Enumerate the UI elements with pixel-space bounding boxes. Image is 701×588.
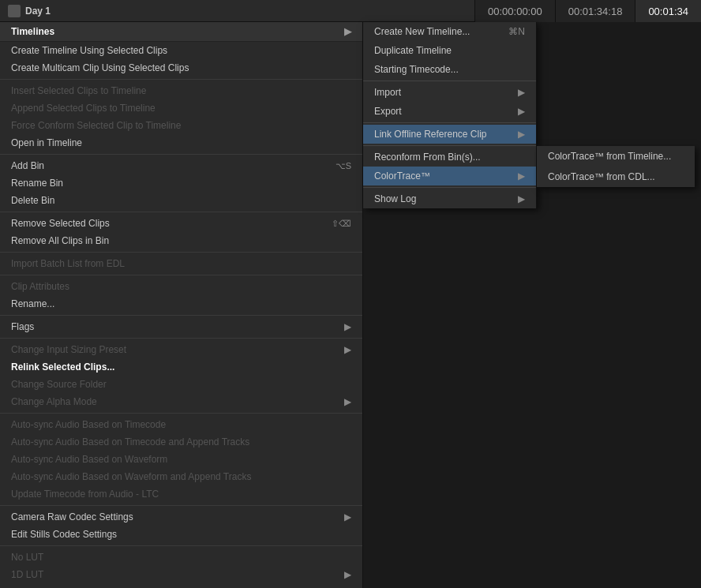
input-sizing-item: Change Input Sizing Preset ▶ bbox=[0, 341, 362, 358]
export-item[interactable]: Export ▶ bbox=[363, 102, 536, 121]
change-source-item: Change Source Folder bbox=[0, 376, 362, 393]
edit-stills-item[interactable]: Edit Stills Codec Settings bbox=[0, 526, 362, 543]
starting-timecode-item[interactable]: Starting Timecode... bbox=[363, 60, 536, 79]
force-conform-item: Force Conform Selected Clip to Timeline bbox=[0, 117, 362, 134]
timecode-3[interactable]: 00:01:34 bbox=[635, 0, 701, 22]
flags-item[interactable]: Flags ▶ bbox=[0, 318, 362, 335]
camera-raw-item[interactable]: Camera Raw Codec Settings ▶ bbox=[0, 508, 362, 526]
camera-raw-arrow: ▶ bbox=[344, 511, 351, 522]
autosync-tc-item: Auto-sync Audio Based on Timecode bbox=[0, 416, 362, 433]
sep-5 bbox=[0, 275, 362, 275]
title-text: Day 1 bbox=[25, 6, 51, 17]
1d-lut-arrow: ▶ bbox=[344, 569, 351, 580]
colortrace-item[interactable]: ColorTrace™ ▶ bbox=[363, 167, 536, 185]
rename-bin-item[interactable]: Rename Bin bbox=[0, 174, 362, 192]
duplicate-timeline-item[interactable]: Duplicate Timeline bbox=[363, 41, 536, 60]
timecode-2[interactable]: 00:01:34:18 bbox=[555, 0, 635, 22]
remove-selected-clips-item[interactable]: Remove Selected Clips ⇧⌫ bbox=[0, 215, 362, 232]
sec-sep-2 bbox=[363, 122, 536, 123]
link-offline-arrow: ▶ bbox=[518, 129, 525, 140]
main-layout: Timelines ▶ Create Timeline Using Select… bbox=[0, 22, 701, 588]
remove-all-clips-item[interactable]: Remove All Clips in Bin bbox=[0, 232, 362, 249]
sec-sep-4 bbox=[363, 187, 536, 188]
sep-3 bbox=[0, 212, 362, 212]
autosync-tc-append-item: Auto-sync Audio Based on Timecode and Ap… bbox=[0, 433, 362, 451]
create-timeline-item[interactable]: Create Timeline Using Selected Clips bbox=[0, 42, 362, 59]
timelines-label: Timelines bbox=[11, 26, 54, 37]
timecode-display-group: 00:00:00:00 00:01:34:18 00:01:34 bbox=[474, 0, 701, 22]
title-bar: Day 1 00:00:00:00 00:01:34:18 00:01:34 bbox=[0, 0, 701, 22]
create-multicam-item[interactable]: Create Multicam Clip Using Selected Clip… bbox=[0, 59, 362, 77]
sep-2 bbox=[0, 154, 362, 155]
insert-clips-item: Insert Selected Clips to Timeline bbox=[0, 82, 362, 99]
secondary-context-menu: Create New Timeline... ⌘N Duplicate Time… bbox=[363, 22, 537, 208]
timecode-1[interactable]: 00:00:00:00 bbox=[474, 0, 555, 22]
colortrace-from-timeline-item[interactable]: ColorTrace™ from Timeline... bbox=[537, 146, 695, 167]
sep-9 bbox=[0, 505, 362, 506]
import-batch-item: Import Batch List from EDL bbox=[0, 255, 362, 272]
import-item[interactable]: Import ▶ bbox=[363, 83, 536, 102]
colortrace-arrow: ▶ bbox=[518, 170, 525, 182]
show-log-arrow: ▶ bbox=[518, 193, 525, 204]
autosync-wave-append-item: Auto-sync Audio Based on Waveform and Ap… bbox=[0, 468, 362, 485]
create-new-timeline-item[interactable]: Create New Timeline... ⌘N bbox=[363, 22, 536, 41]
3d-lut-item: 3D LUT ▶ bbox=[0, 583, 362, 588]
sep-4 bbox=[0, 252, 362, 253]
update-timecode-item: Update Timecode from Audio - LTC bbox=[0, 485, 362, 503]
alpha-arrow: ▶ bbox=[344, 396, 351, 407]
clip-attributes-item: Clip Attributes bbox=[0, 278, 362, 295]
tertiary-context-menu: ColorTrace™ from Timeline... ColorTrace™… bbox=[537, 146, 695, 187]
autosync-wave-item: Auto-sync Audio Based on Waveform bbox=[0, 451, 362, 468]
primary-context-menu: Timelines ▶ Create Timeline Using Select… bbox=[0, 22, 363, 588]
sec-sep-3 bbox=[363, 145, 536, 146]
append-clips-item: Append Selected Clips to Timeline bbox=[0, 99, 362, 117]
sep-7 bbox=[0, 338, 362, 339]
open-in-timeline-item[interactable]: Open in Timeline bbox=[0, 134, 362, 152]
sep-6 bbox=[0, 315, 362, 316]
no-lut-item: No LUT bbox=[0, 549, 362, 566]
remove-clips-shortcut: ⇧⌫ bbox=[332, 219, 351, 229]
show-log-item[interactable]: Show Log ▶ bbox=[363, 189, 536, 208]
add-bin-item[interactable]: Add Bin ⌥S bbox=[0, 157, 362, 174]
rename-item[interactable]: Rename... bbox=[0, 295, 362, 313]
change-alpha-item: Change Alpha Mode ▶ bbox=[0, 393, 362, 410]
import-arrow: ▶ bbox=[518, 87, 525, 98]
flags-arrow: ▶ bbox=[344, 321, 351, 332]
app-icon bbox=[8, 5, 21, 17]
add-bin-shortcut: ⌥S bbox=[336, 161, 351, 171]
colortrace-from-cdl-item[interactable]: ColorTrace™ from CDL... bbox=[537, 167, 695, 187]
delete-bin-item[interactable]: Delete Bin bbox=[0, 192, 362, 209]
sep-10 bbox=[0, 545, 362, 546]
1d-lut-item: 1D LUT ▶ bbox=[0, 566, 362, 583]
link-offline-item[interactable]: Link Offline Reference Clip ▶ bbox=[363, 125, 536, 144]
sep-1 bbox=[0, 79, 362, 80]
sep-8 bbox=[0, 413, 362, 414]
reconform-item[interactable]: Reconform From Bin(s)... bbox=[363, 148, 536, 167]
input-sizing-arrow: ▶ bbox=[344, 344, 351, 355]
timelines-arrow: ▶ bbox=[344, 26, 351, 37]
relink-clips-item[interactable]: Relink Selected Clips... bbox=[0, 358, 362, 376]
create-timeline-shortcut: ⌘N bbox=[508, 26, 525, 37]
export-arrow: ▶ bbox=[518, 106, 525, 117]
sec-sep-1 bbox=[363, 81, 536, 81]
timelines-header[interactable]: Timelines ▶ bbox=[0, 22, 362, 42]
